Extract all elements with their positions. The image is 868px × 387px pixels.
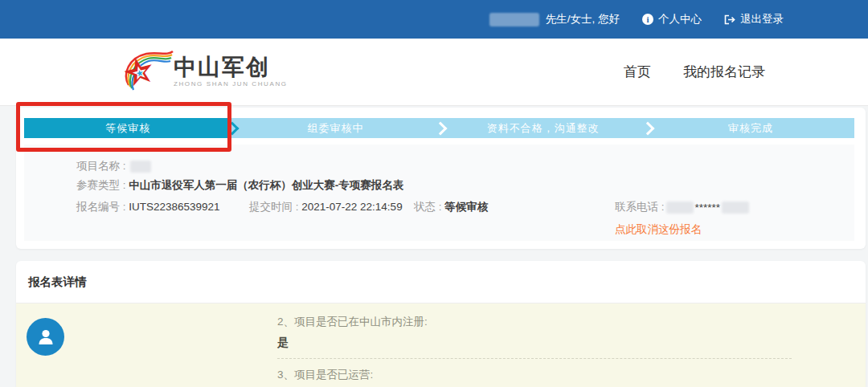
main-nav: 首页 我的报名记录 (624, 39, 765, 105)
greeting-label: 先生/女士, 您好 (546, 12, 620, 26)
logout-label: 退出登录 (740, 12, 784, 26)
registration-number-label: 报名编号 : (76, 201, 126, 213)
contact-phone-label: 联系电话 : (615, 200, 665, 214)
step-committee-reviewing[interactable]: 组委审核中 (231, 118, 439, 138)
logo-subtitle: ZHONG SHAN JUN CHUANG (174, 80, 288, 88)
redacted-username (489, 13, 539, 26)
answer-text: 是 (277, 336, 792, 350)
contact-phone-masked: ****** (695, 202, 721, 214)
registration-meta-row: 报名编号 : IUTS22386539921 提交时间 : 2021-07-22… (76, 200, 591, 214)
logo-text: 中山军创 ZHONG SHAN JUN CHUANG (174, 55, 288, 88)
logo-star-core: ★ (135, 68, 145, 79)
registration-number-value: IUTS22386539921 (129, 201, 219, 213)
cancel-registration-link[interactable]: 点此取消这份报名 (615, 222, 702, 237)
personal-center-link[interactable]: i 个人中心 (642, 12, 702, 26)
details-body: 2、项目是否已在中山市内注册: 是 3、项目是否已运营: 是 (16, 303, 866, 387)
topbar: 先生/女士, 您好 i 个人中心 退出登录 (0, 0, 868, 39)
page: 先生/女士, 您好 i 个人中心 退出登录 ★ ★ (0, 0, 868, 387)
competition-type-value: 中山市退役军人第一届（农行杯）创业大赛-专项赛报名表 (129, 179, 403, 191)
registration-summary: 项目名称 : 参赛类型 : 中山市退役军人第一届（农行杯）创业大赛-专项赛报名表… (24, 145, 854, 241)
question-text: 3、项目是否已运营: (277, 368, 792, 382)
site-logo[interactable]: ★ ★ ★ 中山军创 ZHONG SHAN JUN CHUANG (121, 47, 288, 96)
redacted-project-name (130, 161, 151, 173)
status-value: 等候审核 (444, 201, 488, 213)
logout-link[interactable]: 退出登录 (724, 12, 784, 26)
user-avatar-icon (27, 318, 64, 356)
qa-item: 3、项目是否已运营: 是 (277, 358, 792, 387)
details-card: 报名表详情 2、项目是否已在中山市内注册: 是 3、项目是否已运营: 是 (16, 261, 866, 387)
details-section-title: 报名表详情 (16, 261, 866, 303)
competition-type-label: 参赛类型 : (76, 179, 126, 191)
step-materials-rectify[interactable]: 资料不合格，沟通整改 (440, 118, 647, 138)
project-name-row: 项目名称 : (76, 159, 151, 173)
redacted-phone-prefix (666, 202, 694, 214)
logo-title: 中山军创 (174, 55, 288, 79)
qa-item: 2、项目是否已在中山市内注册: 是 (277, 306, 792, 358)
logo-star-icon: ★ ★ ★ (121, 47, 177, 96)
submit-time-label: 提交时间 : (249, 201, 299, 213)
annotation-highlight-box (16, 102, 231, 152)
project-name-label: 项目名称 : (76, 159, 126, 173)
info-icon: i (642, 14, 653, 25)
logout-icon (724, 14, 735, 25)
contact-phone-row: 联系电话 : ****** (615, 200, 749, 214)
submit-time-value: 2021-07-22 22:14:59 (301, 201, 402, 213)
status-label: 状态 : (414, 201, 442, 213)
question-text: 2、项目是否已在中山市内注册: (277, 315, 792, 329)
site-header: ★ ★ ★ 中山军创 ZHONG SHAN JUN CHUANG 首页 我的报名… (0, 39, 868, 106)
qa-list: 2、项目是否已在中山市内注册: 是 3、项目是否已运营: 是 (277, 303, 792, 387)
step-review-complete[interactable]: 审核完成 (647, 118, 854, 138)
nav-home[interactable]: 首页 (624, 63, 651, 81)
personal-center-label: 个人中心 (658, 12, 702, 26)
redacted-phone-suffix (722, 202, 749, 214)
competition-type-row: 参赛类型 : 中山市退役军人第一届（农行杯）创业大赛-专项赛报名表 (76, 178, 403, 193)
nav-my-registrations[interactable]: 我的报名记录 (683, 63, 765, 81)
greeting-text: 先生/女士, 您好 (546, 12, 620, 26)
